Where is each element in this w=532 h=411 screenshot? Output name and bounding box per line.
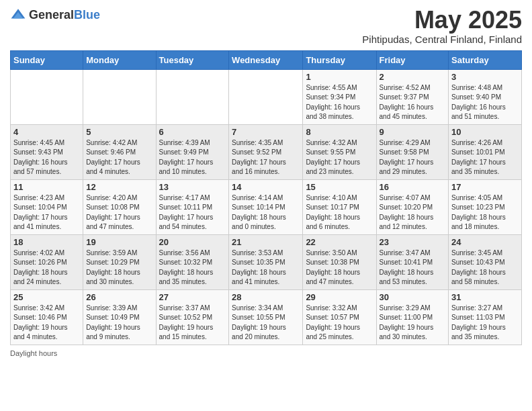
day-number: 17 <box>451 182 519 192</box>
day-info: Sunrise: 4:55 AM Sunset: 9:34 PM Dayligh… <box>306 83 373 122</box>
calendar-day-cell: 13Sunrise: 4:17 AM Sunset: 10:11 PM Dayl… <box>156 179 229 234</box>
calendar-day-cell: 17Sunrise: 4:05 AM Sunset: 10:23 PM Dayl… <box>449 179 522 234</box>
day-number: 31 <box>451 292 519 302</box>
calendar-day-cell: 15Sunrise: 4:10 AM Sunset: 10:17 PM Dayl… <box>303 179 376 234</box>
day-number: 13 <box>159 182 226 192</box>
day-info: Sunrise: 3:29 AM Sunset: 11:00 PM Daylig… <box>380 304 446 342</box>
calendar-day-cell: 22Sunrise: 3:50 AM Sunset: 10:38 PM Dayl… <box>303 234 376 289</box>
day-number: 3 <box>451 72 519 82</box>
calendar-day-cell: 20Sunrise: 3:56 AM Sunset: 10:32 PM Dayl… <box>156 234 229 289</box>
day-number: 6 <box>159 127 226 137</box>
day-info: Sunrise: 4:45 AM Sunset: 9:43 PM Dayligh… <box>13 138 80 177</box>
calendar-day-cell: 2Sunrise: 4:52 AM Sunset: 9:37 PM Daylig… <box>376 69 449 124</box>
day-info: Sunrise: 4:17 AM Sunset: 10:11 PM Daylig… <box>159 193 226 232</box>
calendar-week-row: 25Sunrise: 3:42 AM Sunset: 10:46 PM Dayl… <box>11 289 522 345</box>
calendar-day-header: Thursday <box>303 50 376 69</box>
day-info: Sunrise: 4:26 AM Sunset: 10:01 PM Daylig… <box>451 138 519 177</box>
calendar-week-row: 4Sunrise: 4:45 AM Sunset: 9:43 PM Daylig… <box>11 124 522 179</box>
calendar-day-header: Saturday <box>449 50 522 69</box>
day-number: 16 <box>380 182 446 192</box>
calendar-day-cell: 9Sunrise: 4:29 AM Sunset: 9:58 PM Daylig… <box>376 124 449 179</box>
day-info: Sunrise: 3:53 AM Sunset: 10:35 PM Daylig… <box>232 248 300 287</box>
calendar-day-header: Monday <box>83 50 156 69</box>
day-info: Sunrise: 4:02 AM Sunset: 10:26 PM Daylig… <box>13 248 80 287</box>
day-number: 7 <box>232 127 300 137</box>
day-info: Sunrise: 3:42 AM Sunset: 10:46 PM Daylig… <box>13 304 80 342</box>
calendar-day-cell: 12Sunrise: 4:20 AM Sunset: 10:08 PM Dayl… <box>83 179 156 234</box>
day-number: 25 <box>13 292 80 302</box>
calendar-day-cell: 16Sunrise: 4:07 AM Sunset: 10:20 PM Dayl… <box>376 179 449 234</box>
day-number: 20 <box>159 237 226 247</box>
calendar-day-cell: 27Sunrise: 3:37 AM Sunset: 10:52 PM Dayl… <box>156 289 229 345</box>
day-number: 10 <box>451 127 519 137</box>
calendar-day-cell: 3Sunrise: 4:48 AM Sunset: 9:40 PM Daylig… <box>449 69 522 124</box>
day-number: 5 <box>86 127 152 137</box>
daylight-hours-label: Daylight hours <box>10 349 57 357</box>
calendar-day-cell: 24Sunrise: 3:45 AM Sunset: 10:43 PM Dayl… <box>449 234 522 289</box>
page-header: GeneralBlue May 2025 Pihtipudas, Central… <box>10 7 522 45</box>
calendar-day-cell: 29Sunrise: 3:32 AM Sunset: 10:57 PM Dayl… <box>303 289 376 345</box>
day-number: 23 <box>380 237 446 247</box>
calendar-day-header: Sunday <box>11 50 83 69</box>
calendar-day-cell: 30Sunrise: 3:29 AM Sunset: 11:00 PM Dayl… <box>376 289 449 345</box>
calendar-day-header: Wednesday <box>229 50 303 69</box>
calendar-day-cell <box>156 69 229 124</box>
calendar-header-row: SundayMondayTuesdayWednesdayThursdayFrid… <box>11 50 522 69</box>
day-info: Sunrise: 4:48 AM Sunset: 9:40 PM Dayligh… <box>451 83 519 122</box>
calendar-day-cell: 10Sunrise: 4:26 AM Sunset: 10:01 PM Dayl… <box>449 124 522 179</box>
calendar-day-cell: 18Sunrise: 4:02 AM Sunset: 10:26 PM Dayl… <box>11 234 83 289</box>
logo-blue-text: Blue <box>74 8 100 21</box>
day-number: 15 <box>306 182 373 192</box>
day-info: Sunrise: 3:39 AM Sunset: 10:49 PM Daylig… <box>86 304 152 342</box>
day-number: 2 <box>380 72 446 82</box>
calendar-day-header: Friday <box>376 50 449 69</box>
day-number: 12 <box>86 182 152 192</box>
day-info: Sunrise: 3:27 AM Sunset: 11:03 PM Daylig… <box>451 304 519 342</box>
day-info: Sunrise: 4:20 AM Sunset: 10:08 PM Daylig… <box>86 193 152 232</box>
day-number: 14 <box>232 182 300 192</box>
day-info: Sunrise: 4:14 AM Sunset: 10:14 PM Daylig… <box>232 193 300 232</box>
footer-note: Daylight hours <box>10 349 522 357</box>
calendar-day-cell: 23Sunrise: 3:47 AM Sunset: 10:41 PM Dayl… <box>376 234 449 289</box>
calendar-day-cell: 4Sunrise: 4:45 AM Sunset: 9:43 PM Daylig… <box>11 124 83 179</box>
calendar-day-cell: 28Sunrise: 3:34 AM Sunset: 10:55 PM Dayl… <box>229 289 303 345</box>
day-info: Sunrise: 3:50 AM Sunset: 10:38 PM Daylig… <box>306 248 373 287</box>
month-title: May 2025 <box>362 7 522 34</box>
day-info: Sunrise: 4:32 AM Sunset: 9:55 PM Dayligh… <box>306 138 373 177</box>
calendar-day-cell: 31Sunrise: 3:27 AM Sunset: 11:03 PM Dayl… <box>449 289 522 345</box>
calendar-day-cell: 1Sunrise: 4:55 AM Sunset: 9:34 PM Daylig… <box>303 69 376 124</box>
day-info: Sunrise: 3:37 AM Sunset: 10:52 PM Daylig… <box>159 304 226 342</box>
day-info: Sunrise: 4:23 AM Sunset: 10:04 PM Daylig… <box>13 193 80 232</box>
calendar-week-row: 11Sunrise: 4:23 AM Sunset: 10:04 PM Dayl… <box>11 179 522 234</box>
day-number: 11 <box>13 182 80 192</box>
calendar-day-cell: 5Sunrise: 4:42 AM Sunset: 9:46 PM Daylig… <box>83 124 156 179</box>
day-number: 29 <box>306 292 373 302</box>
day-info: Sunrise: 3:32 AM Sunset: 10:57 PM Daylig… <box>306 304 373 342</box>
day-info: Sunrise: 4:05 AM Sunset: 10:23 PM Daylig… <box>451 193 519 232</box>
calendar-day-cell <box>229 69 303 124</box>
day-info: Sunrise: 4:10 AM Sunset: 10:17 PM Daylig… <box>306 193 373 232</box>
day-number: 18 <box>13 237 80 247</box>
day-info: Sunrise: 4:42 AM Sunset: 9:46 PM Dayligh… <box>86 138 152 177</box>
generalblue-logo-icon <box>10 7 26 23</box>
calendar-day-cell: 26Sunrise: 3:39 AM Sunset: 10:49 PM Dayl… <box>83 289 156 345</box>
calendar-day-cell <box>83 69 156 124</box>
day-info: Sunrise: 3:56 AM Sunset: 10:32 PM Daylig… <box>159 248 226 287</box>
calendar-day-cell: 21Sunrise: 3:53 AM Sunset: 10:35 PM Dayl… <box>229 234 303 289</box>
calendar-week-row: 1Sunrise: 4:55 AM Sunset: 9:34 PM Daylig… <box>11 69 522 124</box>
day-info: Sunrise: 3:59 AM Sunset: 10:29 PM Daylig… <box>86 248 152 287</box>
calendar-day-cell: 6Sunrise: 4:39 AM Sunset: 9:49 PM Daylig… <box>156 124 229 179</box>
calendar-table: SundayMondayTuesdayWednesdayThursdayFrid… <box>10 50 522 345</box>
day-number: 24 <box>451 237 519 247</box>
calendar-day-cell: 25Sunrise: 3:42 AM Sunset: 10:46 PM Dayl… <box>11 289 83 345</box>
title-area: May 2025 Pihtipudas, Central Finland, Fi… <box>362 7 522 45</box>
day-number: 30 <box>380 292 446 302</box>
calendar-day-cell: 7Sunrise: 4:35 AM Sunset: 9:52 PM Daylig… <box>229 124 303 179</box>
location-subtitle: Pihtipudas, Central Finland, Finland <box>362 34 522 45</box>
calendar-day-header: Tuesday <box>156 50 229 69</box>
calendar-day-cell: 19Sunrise: 3:59 AM Sunset: 10:29 PM Dayl… <box>83 234 156 289</box>
day-info: Sunrise: 4:52 AM Sunset: 9:37 PM Dayligh… <box>380 83 446 122</box>
calendar-day-cell: 11Sunrise: 4:23 AM Sunset: 10:04 PM Dayl… <box>11 179 83 234</box>
day-number: 22 <box>306 237 373 247</box>
logo: GeneralBlue <box>10 7 100 23</box>
